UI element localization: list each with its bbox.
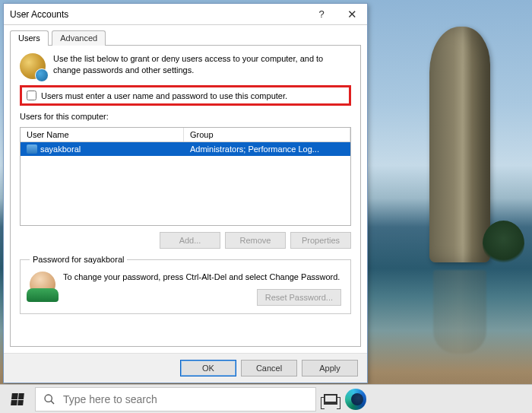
intro-row: Use the list below to grant or deny user… xyxy=(20,53,351,79)
users-list-label: Users for this computer: xyxy=(20,112,351,121)
search-icon xyxy=(43,393,55,405)
taskbar: Type here to search xyxy=(0,384,532,413)
dialog-titlebar[interactable]: User Accounts ? ✕ xyxy=(4,4,367,25)
users-listview[interactable]: User Name Group sayakboral Administrator… xyxy=(20,127,351,226)
taskbar-search[interactable]: Type here to search xyxy=(35,387,316,411)
user-icon xyxy=(27,145,37,154)
person-icon xyxy=(30,272,55,297)
close-button[interactable]: ✕ xyxy=(337,4,367,25)
help-button[interactable]: ? xyxy=(306,4,337,25)
ok-button[interactable]: OK xyxy=(180,360,236,376)
user-accounts-dialog: User Accounts ? ✕ Users Advanced Use the… xyxy=(3,3,368,383)
dialog-footer-buttons: OK Cancel Apply xyxy=(4,353,367,383)
svg-point-0 xyxy=(45,395,52,402)
tab-advanced[interactable]: Advanced xyxy=(52,30,106,46)
intro-text: Use the list below to grant or deny user… xyxy=(53,53,351,76)
edge-browser-icon[interactable] xyxy=(345,389,366,410)
tab-panel-users: Use the list below to grant or deny user… xyxy=(10,45,361,347)
user-group-cell: Administrators; Performance Log... xyxy=(184,144,350,154)
reset-password-button[interactable]: Reset Password... xyxy=(257,289,341,306)
user-buttons-row: Add... Remove Properties xyxy=(20,232,351,249)
password-instructions: To change your password, press Ctrl-Alt-… xyxy=(63,272,341,283)
wallpaper-rock-reflection xyxy=(433,270,486,354)
tab-users[interactable]: Users xyxy=(10,30,49,46)
keys-icon xyxy=(20,53,46,79)
wallpaper-rock xyxy=(429,27,490,262)
require-password-label[interactable]: Users must enter a user name and passwor… xyxy=(41,91,287,100)
task-view-icon[interactable] xyxy=(324,394,337,405)
taskbar-icons xyxy=(316,389,374,410)
add-button[interactable]: Add... xyxy=(160,232,220,249)
highlighted-option: Users must enter a user name and passwor… xyxy=(20,85,351,106)
password-legend: Password for sayakboral xyxy=(30,255,127,264)
apply-button[interactable]: Apply xyxy=(302,360,358,376)
column-username[interactable]: User Name xyxy=(21,128,184,141)
user-row[interactable]: sayakboral Administrators; Performance L… xyxy=(21,142,350,156)
user-name-cell: sayakboral xyxy=(40,145,81,154)
svg-line-1 xyxy=(51,401,54,404)
cancel-button[interactable]: Cancel xyxy=(241,360,297,376)
windows-logo-icon xyxy=(11,393,24,405)
column-group[interactable]: Group xyxy=(184,128,350,141)
wallpaper-tree xyxy=(483,221,524,266)
password-groupbox: Password for sayakboral To change your p… xyxy=(20,255,351,314)
remove-button[interactable]: Remove xyxy=(225,232,286,249)
dialog-title: User Accounts xyxy=(10,9,306,20)
tab-row: Users Advanced xyxy=(4,25,367,45)
properties-button[interactable]: Properties xyxy=(290,232,351,249)
listview-header: User Name Group xyxy=(21,128,350,142)
start-button[interactable] xyxy=(0,385,35,414)
require-password-checkbox[interactable] xyxy=(27,91,36,100)
search-placeholder: Type here to search xyxy=(63,393,157,405)
